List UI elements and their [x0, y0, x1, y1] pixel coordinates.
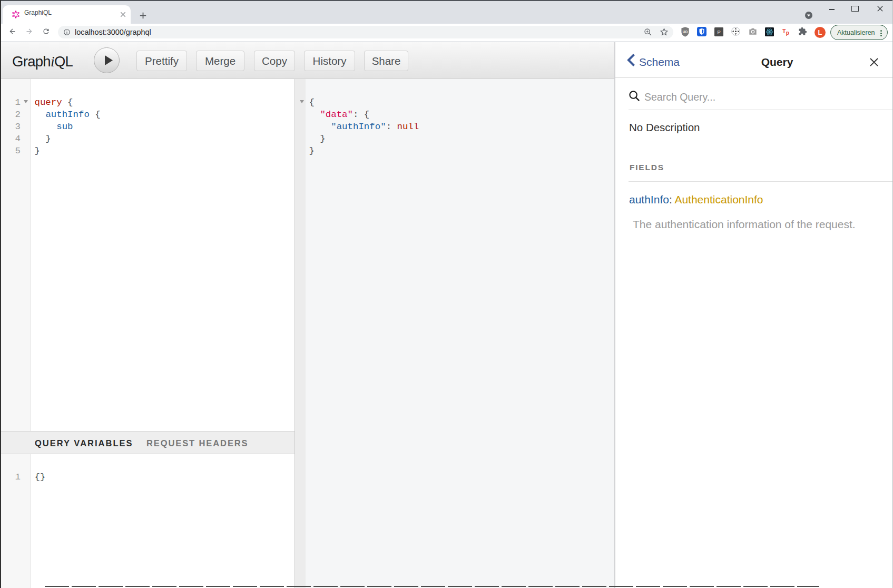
svg-text:UO: UO [683, 30, 688, 34]
svg-text:P: P [717, 29, 721, 35]
svg-text:T: T [782, 28, 786, 34]
svg-text:p: p [786, 30, 789, 36]
